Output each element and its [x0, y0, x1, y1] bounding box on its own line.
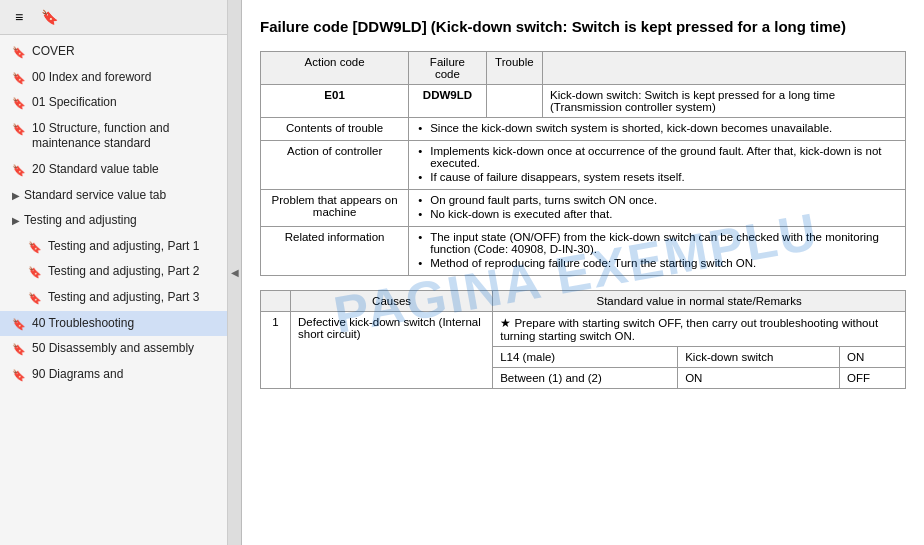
contents-label: Contents of trouble — [261, 118, 409, 141]
sidebar-item-label: COVER — [32, 44, 219, 60]
related-info-label: Related information — [261, 227, 409, 276]
sidebar-item-50-disassembly[interactable]: 🔖50 Disassembly and assembly — [0, 336, 227, 362]
sidebar-item-label: Testing and adjusting, Part 2 — [48, 264, 219, 280]
expand-arrow-icon: ▶ — [12, 214, 20, 227]
col-causes: Causes — [291, 291, 493, 312]
info-table: Action code Failure code Trouble E01 DDW… — [260, 51, 906, 276]
sidebar-item-label: 20 Standard value table — [32, 162, 219, 178]
sidebar-item-label: 40 Troubleshooting — [32, 316, 219, 332]
trouble-desc-value: Kick-down switch: Switch is kept pressed… — [543, 85, 906, 118]
sidebar-items: 🔖COVER🔖00 Index and foreword🔖01 Specific… — [0, 35, 227, 545]
cause-value: Defective kick-down switch (Internal sho… — [291, 312, 493, 389]
trouble-label — [486, 85, 542, 118]
bookmark-item-icon: 🔖 — [12, 163, 26, 177]
col-num — [261, 291, 291, 312]
sidebar-item-01-spec[interactable]: 🔖01 Specification — [0, 90, 227, 116]
sidebar-item-label: 00 Index and foreword — [32, 70, 219, 86]
collapse-arrow-icon: ◀ — [231, 267, 239, 278]
bookmark-item-icon: 🔖 — [28, 291, 42, 305]
menu-icon[interactable]: ≡ — [8, 6, 30, 28]
contents-value: Since the kick-down switch system is sho… — [409, 118, 906, 141]
bookmark-item-icon: 🔖 — [28, 240, 42, 254]
bookmark-icon[interactable]: 🔖 — [38, 6, 60, 28]
sidebar-item-testing-adj-3[interactable]: 🔖Testing and adjusting, Part 3 — [0, 285, 227, 311]
sidebar-item-label: Standard service value tab — [24, 188, 219, 204]
sidebar-item-label: 01 Specification — [32, 95, 219, 111]
main-content: Failure code [DDW9LD] (Kick-down switch:… — [242, 0, 924, 545]
sidebar-item-cover[interactable]: 🔖COVER — [0, 39, 227, 65]
off-value: OFF — [840, 368, 906, 389]
on-value: ON — [678, 368, 840, 389]
sidebar-item-90-diagrams[interactable]: 🔖90 Diagrams and — [0, 362, 227, 388]
bookmark-item-icon: 🔖 — [12, 122, 26, 136]
sidebar-item-label: Testing and adjusting, Part 3 — [48, 290, 219, 306]
sidebar-item-label: Testing and adjusting — [24, 213, 219, 229]
col-trouble-desc-header — [543, 52, 906, 85]
row-num: 1 — [261, 312, 291, 389]
causes-table: Causes Standard value in normal state/Re… — [260, 290, 906, 389]
action-controller-value: Implements kick-down once at occurrence … — [409, 141, 906, 190]
bookmark-item-icon: 🔖 — [12, 45, 26, 59]
sidebar-toolbar: ≡ 🔖 — [0, 0, 227, 35]
problem-machine-value: On ground fault parts, turns switch ON o… — [409, 190, 906, 227]
failure-code-value: DDW9LD — [409, 85, 487, 118]
switch-label: Kick-down switch — [678, 347, 840, 368]
sidebar-item-label: Testing and adjusting, Part 1 — [48, 239, 219, 255]
expand-arrow-icon: ▶ — [12, 189, 20, 202]
col-failure-code: Failure code — [409, 52, 487, 85]
sidebar-item-std-service[interactable]: ▶Standard service value tab — [0, 183, 227, 209]
sidebar-item-00-index[interactable]: 🔖00 Index and foreword — [0, 65, 227, 91]
bookmark-item-icon: 🔖 — [12, 342, 26, 356]
bookmark-item-icon: 🔖 — [28, 265, 42, 279]
standard-intro: ★ Prepare with starting switch OFF, then… — [493, 312, 906, 347]
col-standard: Standard value in normal state/Remarks — [493, 291, 906, 312]
bookmark-item-icon: 🔖 — [12, 96, 26, 110]
col-action-code: Action code — [261, 52, 409, 85]
sidebar-item-label: 90 Diagrams and — [32, 367, 219, 383]
bookmark-item-icon: 🔖 — [12, 71, 26, 85]
collapse-handle[interactable]: ◀ — [228, 0, 242, 545]
bookmark-item-icon: 🔖 — [12, 317, 26, 331]
action-controller-label: Action of controller — [261, 141, 409, 190]
on-label: ON — [840, 347, 906, 368]
sidebar-item-40-trouble[interactable]: 🔖40 Troubleshooting — [0, 311, 227, 337]
related-info-value: The input state (ON/OFF) from the kick-d… — [409, 227, 906, 276]
problem-machine-label: Problem that appears on machine — [261, 190, 409, 227]
sidebar-item-label: 50 Disassembly and assembly — [32, 341, 219, 357]
sidebar-item-20-standard[interactable]: 🔖20 Standard value table — [0, 157, 227, 183]
connector-label: L14 (male) — [493, 347, 678, 368]
bookmark-item-icon: 🔖 — [12, 368, 26, 382]
sidebar-item-testing-adj-1[interactable]: 🔖Testing and adjusting, Part 1 — [0, 234, 227, 260]
sidebar-item-label: 10 Structure, function and maintenance s… — [32, 121, 219, 152]
sidebar: ≡ 🔖 🔖COVER🔖00 Index and foreword🔖01 Spec… — [0, 0, 228, 545]
page-title: Failure code [DDW9LD] (Kick-down switch:… — [260, 16, 906, 37]
col-trouble: Trouble — [486, 52, 542, 85]
sidebar-item-testing-adj[interactable]: ▶Testing and adjusting — [0, 208, 227, 234]
action-code-value: E01 — [261, 85, 409, 118]
between-label: Between (1) and (2) — [493, 368, 678, 389]
sidebar-item-10-structure[interactable]: 🔖10 Structure, function and maintenance … — [0, 116, 227, 157]
sidebar-item-testing-adj-2[interactable]: 🔖Testing and adjusting, Part 2 — [0, 259, 227, 285]
